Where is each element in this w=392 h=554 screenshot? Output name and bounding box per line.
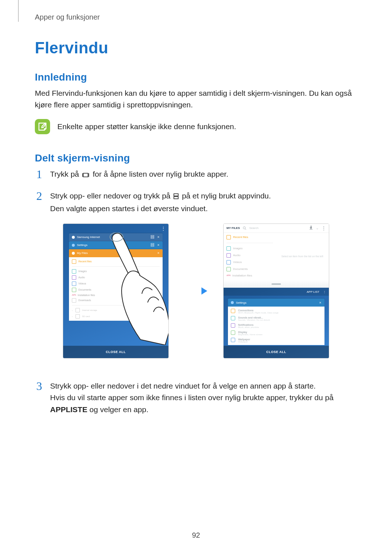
svg-rect-3 <box>151 235 154 237</box>
clock-icon <box>226 235 231 239</box>
setting-subtitle: Brightness, Home screen <box>238 333 262 336</box>
split-window-icon <box>151 235 154 239</box>
card-title: Settings <box>77 243 87 247</box>
fm-label: Recent files <box>233 235 248 239</box>
sdcard-icon <box>75 314 80 319</box>
video-icon <box>72 282 76 286</box>
step-row-1: 1 Trykk på for å åpne listen over nylig … <box>35 168 357 181</box>
setting-subtitle: Sounds, Vibration, Do not disturb <box>238 319 270 321</box>
svg-rect-2 <box>174 197 178 199</box>
fm-label: Videos <box>233 260 242 264</box>
fm-label: Recent files <box>78 260 92 263</box>
close-icon: ✕ <box>319 301 322 304</box>
app-list-button[interactable]: APP LIST <box>307 290 319 294</box>
recent-card: Settings ✕ ConnectionsWi-Fi, Bluetooth, … <box>228 299 324 345</box>
fm-hint: Select an item from the list on the left <box>124 299 160 301</box>
note-text: Enkelte apper støtter kanskje ikke denne… <box>57 122 236 131</box>
search-icon <box>243 226 246 230</box>
fm-label: Documents <box>78 288 91 291</box>
close-all-button[interactable]: CLOSE ALL <box>63 346 168 358</box>
appliste-label: APPLISTE <box>50 405 87 414</box>
more-icon: ⋮ <box>322 226 326 231</box>
search-placeholder[interactable]: Search <box>249 226 258 230</box>
step-body: Stryk opp- eller nedover og trykk på på … <box>50 190 357 215</box>
note-icon <box>35 119 50 134</box>
setting-title: Display <box>238 331 262 333</box>
svg-line-10 <box>245 229 246 230</box>
top-app-title: MY FILES <box>226 226 240 230</box>
split-window-icon <box>173 191 179 203</box>
download-icon <box>309 225 313 231</box>
close-icon: ✕ <box>157 235 160 239</box>
card-title: My Files <box>77 251 88 255</box>
bottom-recent-stack: Settings ✕ ConnectionsWi-Fi, Bluetooth, … <box>224 296 329 346</box>
setting-title: Wallpaper <box>238 338 250 341</box>
image-icon <box>226 246 231 251</box>
step-row-3: 3 Strykk opp- eller nedover i det nedre … <box>35 380 357 416</box>
setting-title: Connections <box>238 309 278 312</box>
running-header: Apper og funksjoner <box>35 13 357 21</box>
display-icon <box>231 331 235 335</box>
top-app-header: MY FILES Search ⌄ ⋮ <box>224 224 329 233</box>
step3-line2-before: Hvis du vil starte apper som ikke finnes… <box>50 393 334 402</box>
svg-rect-11 <box>310 229 313 230</box>
fm-label: Images <box>78 270 87 272</box>
more-icon: ⋮ <box>323 290 326 294</box>
svg-rect-6 <box>151 245 154 246</box>
split-divider[interactable] <box>224 280 329 288</box>
wallpaper-icon <box>231 338 235 342</box>
fm-label: Internal storage <box>82 309 97 311</box>
step1-text-before: Trykk på <box>50 170 81 178</box>
more-icon: ⋮ <box>161 226 166 231</box>
setting-subtitle: Wallpaper <box>238 341 250 343</box>
fm-label: Audio <box>78 276 85 279</box>
note-row: Enkelte apper støtter kanskje ikke denne… <box>35 119 357 134</box>
close-icon: ✕ <box>157 251 160 255</box>
page-content: Apper og funksjoner Flervindu Innledning… <box>0 0 392 415</box>
split-handle[interactable] <box>271 283 281 285</box>
step3-line2-after: og velger en app. <box>87 405 148 414</box>
fm-label: Audio <box>233 254 240 257</box>
step2-text-before: Stryk opp- eller nedover og trykk på <box>50 192 172 200</box>
intro-heading: Innledning <box>35 71 357 83</box>
step-number: 2 <box>35 190 44 202</box>
step-number: 3 <box>35 380 44 392</box>
svg-rect-4 <box>151 237 154 238</box>
close-all-button[interactable]: CLOSE ALL <box>224 346 329 358</box>
split-heading: Delt skjerm-visning <box>35 152 357 164</box>
audio-icon <box>226 253 231 258</box>
setting-title: Sounds and vibrati... <box>238 316 270 319</box>
setting-subtitle: Block, allow, prioritize <box>238 326 259 328</box>
download-icon <box>72 298 76 303</box>
apk-icon: APK <box>72 294 75 296</box>
close-icon: ✕ <box>157 243 160 247</box>
chevron-down-icon: ⌄ <box>316 226 319 230</box>
document-icon <box>72 288 76 292</box>
split-top-pane: MY FILES Search ⌄ ⋮ Recent files Images … <box>224 224 329 280</box>
svg-rect-1 <box>174 194 178 196</box>
card-title: Settings <box>236 301 246 304</box>
step3-line1: Strykk opp- eller nedover i det nedre vi… <box>50 382 316 390</box>
svg-rect-0 <box>83 173 88 177</box>
fm-label: Videos <box>78 282 86 285</box>
recent-card: Settings ✕ <box>69 241 163 249</box>
recent-card: My Files ✕ Recent files Images Audio Vid… <box>69 249 163 321</box>
intro-paragraph: Med Flervindu-funksjonen kan du kjøre to… <box>35 87 357 110</box>
step1-text-after: for å åpne listen over nylig brukte appe… <box>93 170 228 178</box>
app-icon-dot <box>231 301 234 304</box>
step-row-2: 2 Stryk opp- eller nedover og trykk på p… <box>35 190 357 215</box>
app-icon-dot <box>72 244 75 247</box>
fm-label: Documents <box>233 267 248 271</box>
top-sidebar: Recent files Images Audio Videos Documen… <box>224 233 276 280</box>
fm-label: Images <box>233 247 242 250</box>
device-left: ⋮ Samsung Internet ✕ Settings <box>63 223 169 358</box>
bottom-pane-header: APP LIST ⋮ <box>224 288 329 296</box>
split-window-icon <box>151 243 154 247</box>
device-statusbar: ⋮ <box>63 224 168 233</box>
step2-line2: Den valgte appen startes i det øverste v… <box>50 204 208 213</box>
app-icon-dot <box>72 236 75 239</box>
setting-subtitle: Wi-Fi, Bluetooth, Flight mode, Data usag… <box>238 312 278 314</box>
sounds-icon <box>231 316 235 320</box>
storage-icon <box>75 308 80 312</box>
apk-icon: APK <box>226 274 230 276</box>
